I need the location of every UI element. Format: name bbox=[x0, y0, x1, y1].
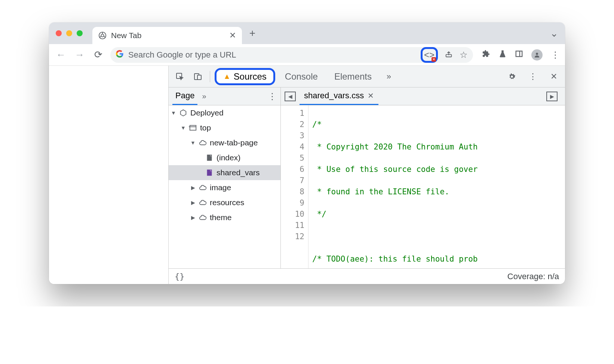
navigator-tab-page[interactable]: Page bbox=[172, 87, 197, 105]
tab-console-label: Console bbox=[285, 71, 318, 82]
show-navigator-icon[interactable]: ◀ bbox=[285, 92, 296, 101]
svg-point-1 bbox=[101, 34, 104, 37]
tree-label: shared_vars bbox=[217, 168, 260, 177]
file-icon bbox=[205, 154, 214, 162]
tree-node-deployed[interactable]: ▼ Deployed bbox=[169, 105, 280, 120]
close-devtools-icon[interactable]: ✕ bbox=[546, 69, 561, 84]
tree-label: image bbox=[210, 183, 231, 192]
code-line: /* bbox=[312, 120, 322, 129]
close-file-tab-icon[interactable]: ✕ bbox=[368, 91, 374, 100]
tree-node-top[interactable]: ▼ top bbox=[169, 120, 280, 135]
tree-label: (index) bbox=[217, 153, 240, 162]
line-number: 12 bbox=[281, 231, 304, 242]
devtools-error-icon[interactable]: <> bbox=[424, 50, 435, 60]
close-tab-icon[interactable]: ✕ bbox=[229, 31, 236, 40]
settings-gear-icon[interactable] bbox=[504, 69, 519, 84]
tree-node-image[interactable]: ▶ image bbox=[169, 180, 280, 195]
tab-sources[interactable]: ▲ Sources bbox=[215, 68, 275, 85]
cloud-icon bbox=[199, 213, 207, 222]
tree-node-index[interactable]: (index) bbox=[169, 150, 280, 165]
cloud-icon bbox=[199, 198, 207, 207]
code-line: * Use of this source code is gover bbox=[312, 165, 478, 174]
device-toolbar-icon[interactable] bbox=[190, 69, 205, 84]
code-content: /* * Copyright 2020 The Chromium Auth * … bbox=[308, 105, 565, 268]
navigator-kebab-icon[interactable]: ⋮ bbox=[268, 91, 277, 102]
reload-button[interactable]: ⟳ bbox=[92, 48, 105, 62]
maximize-window-button[interactable] bbox=[77, 30, 83, 36]
extensions-icon[interactable] bbox=[482, 50, 490, 60]
sources-body: ▼ Deployed ▼ top ▼ new-tab-page bbox=[169, 105, 565, 268]
inspect-element-icon[interactable] bbox=[172, 69, 187, 84]
tree-label: top bbox=[200, 123, 211, 132]
side-panel-icon[interactable] bbox=[515, 50, 523, 60]
back-button[interactable]: ← bbox=[54, 48, 68, 62]
line-number: 2 bbox=[281, 119, 304, 130]
devtools-tabbar: ▲ Sources Console Elements » ⋮ ✕ bbox=[169, 66, 565, 87]
tabs-dropdown-icon[interactable]: ⌄ bbox=[550, 28, 558, 39]
toolbar-actions: ⋮ bbox=[482, 49, 560, 61]
window-controls bbox=[56, 30, 83, 36]
line-number: 7 bbox=[281, 175, 304, 186]
kebab-menu-icon[interactable]: ⋮ bbox=[551, 50, 560, 60]
svg-rect-3 bbox=[516, 51, 522, 56]
svg-rect-8 bbox=[197, 75, 201, 80]
browser-tab[interactable]: New Tab ✕ bbox=[92, 27, 242, 44]
more-tabs-icon[interactable]: » bbox=[381, 69, 396, 84]
devtools-kebab-icon[interactable]: ⋮ bbox=[525, 69, 540, 84]
code-line: * Copyright 2020 The Chromium Auth bbox=[312, 142, 478, 151]
tab-title: New Tab bbox=[111, 31, 225, 40]
pretty-print-icon[interactable]: {} bbox=[175, 272, 185, 281]
svg-point-5 bbox=[536, 53, 538, 55]
sources-subbar: Page » ⋮ ◀ shared_vars.css ✕ ▶ bbox=[169, 87, 565, 105]
tree-node-resources[interactable]: ▶ resources bbox=[169, 195, 280, 210]
minimize-window-button[interactable] bbox=[66, 30, 72, 36]
svg-rect-11 bbox=[207, 155, 212, 161]
navigator-more-icon[interactable]: » bbox=[202, 92, 206, 101]
css-file-icon bbox=[205, 169, 214, 177]
line-number: 11 bbox=[281, 220, 304, 231]
new-tab-button[interactable]: + bbox=[246, 27, 259, 40]
line-number: 8 bbox=[281, 186, 304, 197]
line-number: 9 bbox=[281, 197, 304, 209]
titlebar: New Tab ✕ + ⌄ bbox=[49, 22, 565, 44]
warning-icon: ▲ bbox=[223, 72, 231, 81]
tree-label: resources bbox=[210, 198, 244, 207]
share-icon[interactable] bbox=[445, 50, 453, 60]
frame-icon bbox=[189, 124, 197, 132]
page-viewport bbox=[49, 66, 169, 284]
line-number: 1 bbox=[281, 108, 304, 119]
tree-node-theme[interactable]: ▶ theme bbox=[169, 210, 280, 225]
labs-icon[interactable] bbox=[498, 50, 507, 60]
file-tab-label: shared_vars.css bbox=[304, 91, 364, 101]
tab-elements[interactable]: Elements bbox=[328, 66, 378, 87]
navigator-tab-page-label: Page bbox=[175, 91, 194, 101]
svg-rect-9 bbox=[190, 126, 196, 130]
close-window-button[interactable] bbox=[56, 30, 62, 36]
svg-rect-13 bbox=[207, 170, 212, 176]
code-editor[interactable]: 1 2 3 4 5 6 7 8 9 10 11 12 /* * Copyrigh… bbox=[281, 105, 565, 268]
tab-sources-label: Sources bbox=[234, 71, 267, 82]
status-bar: {} Coverage: n/a bbox=[169, 268, 565, 284]
omnibox-placeholder: Search Google or type a URL bbox=[128, 50, 236, 60]
bookmark-star-icon[interactable]: ☆ bbox=[460, 50, 468, 60]
file-tab-shared-vars[interactable]: shared_vars.css ✕ bbox=[300, 87, 378, 105]
tab-console[interactable]: Console bbox=[278, 66, 325, 87]
browser-window: New Tab ✕ + ⌄ ← → ⟳ Search Google or typ… bbox=[49, 22, 565, 284]
line-gutter: 1 2 3 4 5 6 7 8 9 10 11 12 bbox=[281, 105, 308, 268]
coverage-status: Coverage: n/a bbox=[507, 272, 559, 281]
show-debugger-icon[interactable]: ▶ bbox=[546, 92, 558, 101]
package-icon bbox=[179, 109, 187, 117]
tree-node-shared-vars[interactable]: shared_vars bbox=[169, 165, 280, 180]
line-number: 5 bbox=[281, 152, 304, 164]
code-line: /* TODO(aee): this file should prob bbox=[312, 255, 478, 263]
chrome-icon bbox=[98, 31, 107, 40]
tree-node-new-tab-page[interactable]: ▼ new-tab-page bbox=[169, 135, 280, 150]
editor-tabs: ◀ shared_vars.css ✕ ▶ bbox=[281, 87, 565, 105]
forward-button[interactable]: → bbox=[73, 48, 86, 62]
tree-label: new-tab-page bbox=[210, 138, 258, 147]
divider bbox=[210, 71, 210, 82]
navigator-tabs: Page » ⋮ bbox=[169, 87, 281, 105]
profile-avatar-icon[interactable] bbox=[531, 49, 543, 61]
code-line: */ bbox=[312, 210, 326, 219]
address-bar[interactable]: Search Google or type a URL <> ☆ bbox=[110, 47, 473, 63]
